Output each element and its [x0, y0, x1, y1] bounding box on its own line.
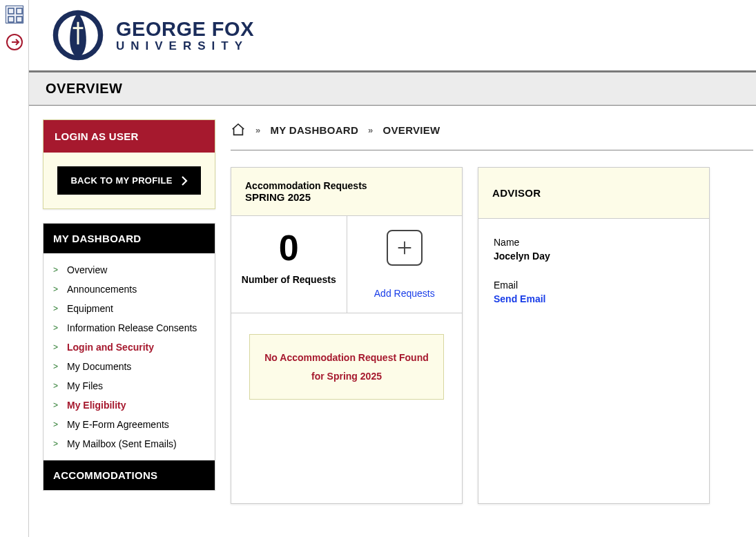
accom-card-subtitle: Accommodation Requests	[245, 180, 448, 191]
advisor-name-value: Jocelyn Day	[494, 251, 694, 262]
sidebar-item[interactable]: >Announcements	[43, 280, 215, 299]
sidebar-nav: MY DASHBOARD >Overview>Announcements>Equ…	[43, 223, 215, 491]
sidebar-item[interactable]: >My Files	[43, 376, 215, 396]
accommodation-requests-card: Accommodation Requests SPRING 2025 0 Num…	[231, 167, 463, 504]
nav-header-dashboard: MY DASHBOARD	[43, 224, 215, 253]
sidebar-item[interactable]: >Equipment	[43, 299, 215, 318]
sidebar-item[interactable]: >Overview	[43, 260, 215, 280]
chevron-right-icon: >	[53, 265, 60, 275]
logo-text-line2: UNIVERSITY	[116, 39, 254, 53]
sidebar-item-label: Overview	[67, 264, 107, 275]
sidebar-item-label: Information Release Consents	[67, 322, 197, 333]
back-to-profile-button[interactable]: BACK TO MY PROFILE	[57, 166, 201, 195]
breadcrumb-level-1[interactable]: MY DASHBOARD	[271, 124, 359, 136]
chevron-right-icon	[181, 176, 188, 186]
svg-rect-7	[73, 27, 84, 29]
svg-rect-6	[77, 22, 79, 45]
svg-rect-1	[17, 8, 22, 14]
sidebar-item[interactable]: >Login and Security	[43, 338, 215, 357]
svg-rect-3	[17, 17, 22, 22]
no-request-line2: for Spring 2025	[260, 367, 434, 386]
chevron-right-icon: >	[53, 381, 60, 391]
breadcrumb-separator-icon: »	[255, 125, 261, 135]
svg-rect-2	[8, 17, 14, 22]
login-as-user-box: LOGIN AS USER BACK TO MY PROFILE	[43, 119, 215, 209]
chevron-right-icon: >	[53, 400, 60, 410]
apps-grid-icon[interactable]	[6, 6, 23, 23]
breadcrumb-separator-icon: »	[368, 125, 374, 135]
advisor-email-label: Email	[494, 280, 694, 291]
sidebar-item-label: My Files	[67, 380, 103, 391]
sidebar-item[interactable]: >My Mailbox (Sent Emails)	[43, 434, 215, 453]
chevron-right-icon: >	[53, 439, 60, 449]
sidebar-item-label: My Eligibility	[67, 400, 126, 411]
no-request-line1: No Accommodation Request Found	[260, 349, 434, 367]
request-count-label: Number of Requests	[242, 274, 336, 285]
chevron-right-icon: >	[53, 284, 60, 294]
chevron-right-icon: >	[53, 362, 60, 371]
chevron-right-icon: >	[53, 342, 60, 352]
breadcrumb: » MY DASHBOARD » OVERVIEW	[231, 119, 753, 150]
logo[interactable]: GEORGE FOX UNIVERSITY	[52, 10, 756, 61]
chevron-right-icon: >	[53, 323, 60, 333]
add-requests-link[interactable]: Add Requests	[374, 288, 435, 299]
svg-rect-0	[8, 8, 14, 14]
nav-header-accommodations: ACCOMMODATIONS	[43, 460, 215, 490]
add-requests-button[interactable]	[387, 230, 423, 266]
logo-text-line1: GEORGE FOX	[116, 18, 254, 41]
sidebar-item[interactable]: >Information Release Consents	[43, 318, 215, 338]
accom-card-term: SPRING 2025	[245, 191, 448, 203]
page-title: OVERVIEW	[29, 70, 756, 106]
sidebar-item-label: My E-Form Agreements	[67, 419, 169, 430]
sidebar-item-label: Login and Security	[67, 342, 154, 353]
back-to-profile-label: BACK TO MY PROFILE	[70, 175, 172, 186]
logo-mark-icon	[52, 10, 104, 61]
advisor-card: ADVISOR Name Jocelyn Day Email Send Emai…	[478, 167, 710, 504]
sidebar-item[interactable]: >My Eligibility	[43, 396, 215, 415]
sidebar-item-label: My Documents	[67, 361, 131, 372]
chevron-right-icon: >	[53, 420, 60, 429]
breadcrumb-current: OVERVIEW	[383, 124, 440, 136]
login-box-header: LOGIN AS USER	[43, 120, 215, 153]
home-icon[interactable]	[231, 122, 246, 137]
no-request-message: No Accommodation Request Found for Sprin…	[249, 334, 444, 400]
request-count: 0	[279, 230, 299, 266]
sidebar-item[interactable]: >My E-Form Agreements	[43, 415, 215, 434]
sidebar-item-label: My Mailbox (Sent Emails)	[67, 438, 177, 449]
advisor-name-label: Name	[494, 237, 694, 248]
plus-icon	[395, 238, 414, 257]
chevron-right-icon: >	[53, 304, 60, 313]
sidebar-item[interactable]: >My Documents	[43, 357, 215, 376]
exit-icon[interactable]	[6, 33, 23, 51]
send-email-link[interactable]: Send Email	[494, 293, 694, 304]
site-header: GEORGE FOX UNIVERSITY	[29, 0, 756, 70]
advisor-card-header: ADVISOR	[478, 168, 709, 219]
sidebar-item-label: Announcements	[67, 284, 137, 295]
sidebar-item-label: Equipment	[67, 303, 113, 314]
